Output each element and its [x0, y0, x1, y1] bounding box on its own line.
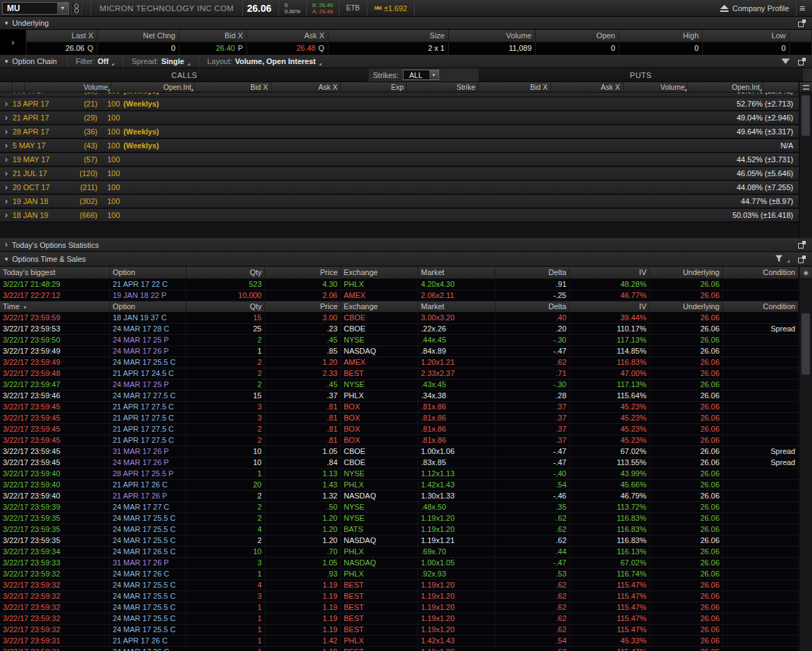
time-and-sales-section-header[interactable]: ▾ Options Time & Sales — [0, 252, 812, 267]
expiration-row[interactable]: ›20 OCT 17(211)10044.08% (±7.255) — [0, 181, 799, 195]
expand-chevron-icon[interactable]: › — [0, 155, 13, 164]
time-and-sales-scrollbar[interactable]: ∗ — [799, 267, 812, 651]
trade-row[interactable]: 3/22/17 23:59:4521 APR 17 27.5 C3.81BOX.… — [0, 402, 799, 413]
chain-column-header[interactable] — [0, 82, 13, 93]
trade-row[interactable]: 3/22/17 23:59:4924 MAR 17 26 P1.85NASDAQ… — [0, 346, 799, 357]
collapse-all-icon[interactable] — [781, 58, 790, 64]
underlying-column-header[interactable]: Size — [328, 30, 449, 42]
trade-row[interactable]: 3/22/17 23:59:3121 APR 17 26 C11.42PHLX1… — [0, 636, 799, 647]
chain-column-header[interactable]: Exp — [341, 82, 407, 93]
chain-column-header[interactable]: Strike — [407, 82, 479, 93]
trade-row[interactable]: 3/22/17 23:59:4521 APR 17 27.5 C2.81BOX.… — [0, 424, 799, 435]
scrollbar-thumb[interactable] — [802, 95, 810, 136]
expand-chevron-icon[interactable]: › — [0, 182, 13, 192]
chain-column-header[interactable]: Open.Int — [688, 82, 763, 93]
trade-row[interactable]: 3/22/17 23:59:4924 MAR 17 25.5 C21.20AME… — [0, 357, 799, 368]
collapse-icon[interactable]: ▾ — [5, 256, 8, 262]
trade-row[interactable]: 3/22/17 23:59:3424 MAR 17 26.5 C10.70PHL… — [0, 547, 799, 558]
trade-row[interactable]: 3/22/17 23:59:4028 APR 17 25.5 P11.13NYS… — [0, 469, 799, 480]
strikes-select[interactable]: ALL ▾ — [403, 70, 439, 80]
underlying-column-header[interactable]: High — [619, 30, 703, 42]
trade-row[interactable]: 3/22/17 23:59:4021 APR 17 26 P21.32NASDA… — [0, 491, 799, 502]
column-header-time[interactable]: Time▾ — [0, 301, 110, 313]
trade-row[interactable]: 3/22/17 23:59:5024 MAR 17 25 P2.45NYSE.4… — [0, 335, 799, 346]
expand-chevron-icon[interactable]: › — [0, 93, 13, 95]
trade-row[interactable]: 3/22/17 23:59:3224 MAR 17 25.5 C31.19BES… — [0, 591, 799, 602]
trade-row[interactable]: 3/22/17 23:59:5324 MAR 17 28 C25.23CBOE.… — [0, 324, 799, 335]
column-header[interactable]: Condition — [723, 267, 799, 279]
expiration-row[interactable]: ›7 APR 17(15)100(Weeklys)53.67% (±2.341) — [0, 93, 799, 97]
symbol-dropdown-button[interactable]: ▾ — [56, 3, 68, 14]
chain-column-header[interactable]: Open.Int — [111, 82, 195, 93]
underlying-column-header[interactable]: Low — [703, 30, 790, 42]
options-statistics-section-header[interactable]: › Today's Options Statistics — [0, 238, 812, 252]
column-header[interactable]: Price — [265, 301, 341, 313]
spread-menu[interactable]: Spread:Single — [122, 55, 198, 68]
trade-row[interactable]: 3/22/17 23:59:3524 MAR 17 25.5 C21.20NAS… — [0, 535, 799, 547]
trade-row[interactable]: 3/22/17 23:59:4531 MAR 17 26 P101.05CBOE… — [0, 446, 799, 457]
symbol-input[interactable]: MU ▾ — [2, 2, 69, 15]
trade-row[interactable]: 3/22/17 23:59:3524 MAR 17 25.5 C21.20NYS… — [0, 513, 799, 524]
column-header[interactable]: Option — [110, 301, 186, 313]
biggest-trade-row[interactable]: 3/22/17 21:48:2921 APR 17 22 C5234.30PHL… — [0, 279, 799, 290]
trade-row[interactable]: 3/22/17 23:59:3331 MAR 17 26 P31.05NASDA… — [0, 558, 799, 569]
expand-chevron-icon[interactable]: › — [0, 168, 13, 178]
expand-chevron-icon[interactable]: › — [0, 141, 13, 150]
expand-chevron-icon[interactable]: › — [0, 127, 13, 136]
detach-icon[interactable] — [798, 241, 806, 249]
trade-row[interactable]: 3/22/17 23:59:4521 APR 17 27.5 C3.81BOX.… — [0, 413, 799, 424]
column-header[interactable]: Exchange — [341, 267, 418, 279]
underlying-column-header[interactable]: Ask X — [247, 30, 328, 42]
expand-chevron-icon[interactable]: › — [0, 113, 13, 123]
column-header[interactable]: Delta — [495, 267, 570, 279]
chain-column-header[interactable]: Ask X — [551, 82, 623, 93]
expand-chevron-icon[interactable]: › — [0, 210, 13, 220]
layout-menu[interactable]: Layout:Volume, Open Interest — [198, 55, 330, 68]
collapse-icon[interactable]: ▾ — [5, 19, 8, 26]
biggest-trade-row[interactable]: 3/22/17 22:27:1219 JAN 18 22 P10,0002.06… — [0, 290, 799, 301]
trade-row[interactable]: 3/22/17 23:59:3124 MAR 17 26 C11.19BEST1… — [0, 647, 799, 651]
column-header[interactable]: IV — [570, 267, 650, 279]
filter-funnel-icon[interactable] — [775, 255, 783, 264]
detach-icon[interactable] — [798, 19, 806, 27]
menu-button[interactable]: ≡ — [796, 0, 812, 16]
expiration-row[interactable]: ›19 JAN 18(302)10044.77% (±8.97) — [0, 195, 799, 209]
detach-icon[interactable] — [798, 256, 806, 263]
column-header[interactable]: IV — [570, 301, 650, 313]
column-header[interactable]: Price — [265, 267, 341, 279]
company-profile-button[interactable]: Company Profile — [713, 0, 796, 16]
column-header[interactable]: Exchange — [341, 301, 418, 313]
option-chain-section-header[interactable]: ▾ Option Chain — [0, 55, 67, 68]
column-header[interactable]: Option — [110, 267, 186, 279]
column-header[interactable]: Underlying — [650, 267, 723, 279]
underlying-column-header[interactable]: Last X — [26, 30, 97, 42]
column-header[interactable]: Market — [418, 267, 495, 279]
column-header[interactable]: Delta — [495, 301, 570, 313]
expiration-row[interactable]: ›21 JUL 17(120)10046.05% (±5.646) — [0, 167, 799, 181]
expand-chevron-icon[interactable]: › — [0, 196, 13, 206]
chain-column-header[interactable]: Bid X — [195, 82, 271, 93]
underlying-column-header[interactable]: Net Chng — [97, 30, 180, 42]
underlying-column-header[interactable]: Volume — [449, 30, 536, 42]
chain-column-header[interactable]: Volume — [25, 82, 111, 93]
link-button[interactable] — [71, 2, 82, 15]
trade-row[interactable]: 3/22/17 23:59:4021 APR 17 26 C201.43PHLX… — [0, 480, 799, 491]
detach-icon[interactable] — [798, 58, 806, 65]
chain-column-header[interactable] — [13, 82, 25, 93]
column-header[interactable]: Market — [418, 301, 495, 313]
chain-column-header[interactable]: Ask X — [271, 82, 341, 93]
underlying-section-header[interactable]: ▾ Underlying — [0, 17, 812, 30]
expiration-row[interactable]: ›13 APR 17(21)100(Weeklys)52.76% (±2.713… — [0, 97, 799, 111]
option-chain-scrollbar[interactable] — [799, 82, 812, 238]
trade-row[interactable]: 3/22/17 23:59:3224 MAR 17 25.5 C41.19BES… — [0, 580, 799, 591]
collapse-icon[interactable]: ▾ — [5, 58, 8, 65]
trade-row[interactable]: 3/22/17 23:59:4521 APR 17 27.5 C2.81BOX.… — [0, 435, 799, 446]
column-header-biggest[interactable]: Today's biggest — [0, 267, 110, 279]
trade-row[interactable]: 3/22/17 23:59:5918 JAN 19 37 C153.00CBOE… — [0, 313, 799, 324]
trade-row[interactable]: 3/22/17 23:59:4624 MAR 17 27.5 C15.37PHL… — [0, 391, 799, 402]
trade-row[interactable]: 3/22/17 23:59:4821 APR 17 24.5 C22.33BES… — [0, 368, 799, 379]
filter-menu[interactable]: Filter:Off — [67, 55, 122, 68]
column-header[interactable]: Condition — [723, 301, 799, 313]
chain-column-header[interactable]: Bid X — [479, 82, 551, 93]
trade-row[interactable]: 3/22/17 23:59:3224 MAR 17 26 C1.93PHLX.9… — [0, 569, 799, 580]
